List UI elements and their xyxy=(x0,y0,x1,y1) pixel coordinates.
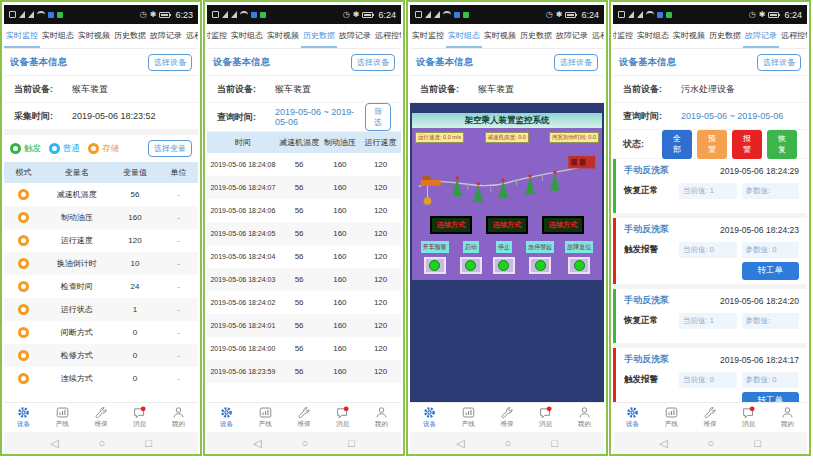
select-device-button[interactable]: 选择设备 xyxy=(148,54,192,71)
select-device-button[interactable]: 选择设备 xyxy=(757,54,801,71)
nav-item-line[interactable]: 产线 xyxy=(449,406,488,429)
radio-trigger[interactable]: 触发 xyxy=(10,143,41,155)
mode-dot-icon xyxy=(18,281,29,292)
stop-button[interactable]: 停止 xyxy=(496,241,512,253)
tab-fault-record[interactable]: 故障记录 xyxy=(337,24,373,48)
radio-normal[interactable]: 普通 xyxy=(49,143,80,155)
tab-realtime-video[interactable]: 实时视频 xyxy=(76,24,112,48)
tab-realtime-config[interactable]: 实时组态 xyxy=(446,24,482,48)
nav-item-device[interactable]: 设备 xyxy=(207,406,246,429)
fault-card: 手动反洗泵 2019-05-06 18:24:29 恢复正常 当前值: 1 参数… xyxy=(613,159,807,213)
mode-button-continuous-3[interactable]: 连续方式 xyxy=(542,216,584,234)
tab-fault-record[interactable]: 故障记录 xyxy=(743,24,779,48)
fault-time: 2019-05-06 18:24:29 xyxy=(720,166,799,176)
tab-realtime-video[interactable]: 实时视频 xyxy=(265,24,301,48)
tab-fault-record[interactable]: 故障记录 xyxy=(554,24,590,48)
tab-history-data[interactable]: 历史数据 xyxy=(707,24,743,48)
tab-history-data[interactable]: 历史数据 xyxy=(301,24,337,48)
tab-fault-record[interactable]: 故障记录 xyxy=(148,24,184,48)
nav-item-maintenance[interactable]: 维保 xyxy=(285,406,324,429)
radio-storage[interactable]: 存储 xyxy=(88,143,119,155)
select-device-button[interactable]: 选择设备 xyxy=(554,54,598,71)
tab-remote-control[interactable]: 远程控制 xyxy=(184,24,198,48)
table-row: 间断方式0- xyxy=(4,321,198,344)
tab-realtime-video[interactable]: 实时视频 xyxy=(671,24,707,48)
filter-alarm-button[interactable]: 报警 xyxy=(732,130,762,159)
tab-realtime-config[interactable]: 实时组态 xyxy=(40,24,76,48)
nav-item-maintenance[interactable]: 维保 xyxy=(488,406,527,429)
filter-recover-button[interactable]: 恢复 xyxy=(767,130,797,159)
tab-realtime-monitor[interactable]: 实时监控 xyxy=(613,24,635,48)
select-variable-button[interactable]: 选择变量 xyxy=(148,140,192,157)
mode-button-continuous-1[interactable]: 连续方式 xyxy=(430,216,472,234)
back-button[interactable]: ◁ xyxy=(50,437,58,450)
nav-item-maintenance[interactable]: 维保 xyxy=(691,406,730,429)
recents-button[interactable]: □ xyxy=(145,437,152,449)
back-button[interactable]: ◁ xyxy=(253,437,261,450)
nav-item-line[interactable]: 产线 xyxy=(43,406,82,429)
signal-icon xyxy=(222,11,228,18)
tab-realtime-monitor[interactable]: 实时监控 xyxy=(410,24,446,48)
create-work-order-button[interactable]: 转工单 xyxy=(742,262,800,280)
wrench-icon xyxy=(94,406,107,419)
badge-dot xyxy=(344,406,349,411)
nav-item-messages[interactable]: 消息 xyxy=(323,406,362,429)
nav-item-device[interactable]: 设备 xyxy=(613,406,652,429)
back-button[interactable]: ◁ xyxy=(456,437,464,450)
fault-time: 2019-05-06 18:24:17 xyxy=(720,355,799,365)
app-badge-green-icon xyxy=(57,12,63,18)
nav-item-line[interactable]: 产线 xyxy=(246,406,285,429)
tab-remote-control[interactable]: 远程控制 xyxy=(590,24,604,48)
nav-item-profile[interactable]: 我的 xyxy=(159,406,198,429)
nav-item-device[interactable]: 设备 xyxy=(4,406,43,429)
tab-remote-control[interactable]: 远程控制 xyxy=(373,24,401,48)
recents-button[interactable]: □ xyxy=(551,437,558,449)
status-filter-label: 状态: xyxy=(623,138,657,151)
query-time-range[interactable]: 2019-05-06 ~ 2019-05-06 xyxy=(681,111,783,121)
mode-button-continuous-2[interactable]: 连续方式 xyxy=(486,216,528,234)
tab-realtime-video[interactable]: 实时视频 xyxy=(482,24,518,48)
filter-button[interactable]: 筛选 xyxy=(365,103,391,131)
nav-item-messages[interactable]: 消息 xyxy=(729,406,768,429)
battery-icon xyxy=(362,12,373,18)
tab-history-data[interactable]: 历史数据 xyxy=(518,24,554,48)
estop-lockout-button[interactable]: 急停禁起 xyxy=(526,241,554,253)
device-label: 当前设备: xyxy=(217,83,275,96)
recents-button[interactable]: □ xyxy=(754,437,761,449)
recents-button[interactable]: □ xyxy=(348,437,355,449)
tab-realtime-config[interactable]: 实时组态 xyxy=(635,24,671,48)
nav-item-maintenance[interactable]: 维保 xyxy=(82,406,121,429)
start-button[interactable]: 启动 xyxy=(463,241,479,253)
alarm-clock-icon: ◷ xyxy=(749,10,756,19)
table-row: 制动油压160- xyxy=(4,206,198,229)
filter-warning-button[interactable]: 预警 xyxy=(697,130,727,159)
nav-item-profile[interactable]: 我的 xyxy=(362,406,401,429)
fault-reset-button[interactable]: 故障复位 xyxy=(565,241,593,253)
nav-item-messages[interactable]: 消息 xyxy=(120,406,159,429)
fault-status: 恢复正常 xyxy=(624,315,674,327)
nav-item-profile[interactable]: 我的 xyxy=(768,406,807,429)
back-button[interactable]: ◁ xyxy=(659,437,667,450)
filter-all-button[interactable]: 全部 xyxy=(662,130,692,159)
query-time-range[interactable]: 2019-05-06 ~ 2019-05-06 xyxy=(275,107,365,127)
home-button[interactable]: ○ xyxy=(302,437,309,449)
nav-item-line[interactable]: 产线 xyxy=(652,406,691,429)
tab-realtime-monitor[interactable]: 实时监控 xyxy=(4,24,40,48)
tab-remote-control[interactable]: 远程控制 xyxy=(779,24,807,48)
home-button[interactable]: ○ xyxy=(99,437,106,449)
tab-history-data[interactable]: 历史数据 xyxy=(112,24,148,48)
app-badge-blue-icon xyxy=(48,12,54,18)
tab-realtime-config[interactable]: 实时组态 xyxy=(229,24,265,48)
select-device-button[interactable]: 选择设备 xyxy=(351,54,395,71)
home-button[interactable]: ○ xyxy=(708,437,715,449)
start-warning-button[interactable]: 开车预警 xyxy=(421,241,449,253)
home-button[interactable]: ○ xyxy=(505,437,512,449)
message-icon xyxy=(133,406,146,419)
nav-item-profile[interactable]: 我的 xyxy=(565,406,604,429)
tab-realtime-monitor[interactable]: 实时监控 xyxy=(207,24,229,48)
current-value-chip: 当前值: 1 xyxy=(679,183,737,199)
nav-item-messages[interactable]: 消息 xyxy=(526,406,565,429)
nav-item-device[interactable]: 设备 xyxy=(410,406,449,429)
create-work-order-button[interactable]: 转工单 xyxy=(742,392,800,402)
table-row: 换油倒计时10- xyxy=(4,252,198,275)
